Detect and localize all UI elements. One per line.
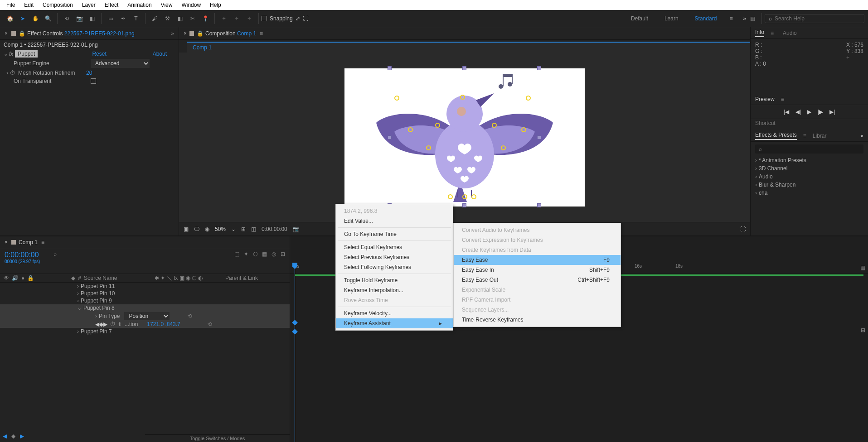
ctx-item[interactable]: Select Following Keyframes [336,262,453,272]
tl-btn6-icon[interactable]: ⊡ [281,251,285,257]
chevron-icon[interactable]: › [77,298,79,304]
workspace-default[interactable]: Default [623,15,656,22]
brush-tool-icon[interactable]: 🖌 [148,12,161,25]
workspace-learn[interactable]: Learn [656,15,687,22]
prop-mesh-value[interactable]: 20 [86,70,92,76]
switch-icon[interactable]: fx [174,275,178,281]
menu-layer[interactable]: Layer [78,1,100,9]
tl-btn4-icon[interactable]: ▦ [262,251,267,257]
tl-collapse-icon[interactable]: ⊟ [861,327,865,333]
preset-item[interactable]: ›Audio [755,173,863,181]
mask-icon[interactable]: ◉ [205,226,209,232]
panel-menu-icon[interactable]: ≡ [781,96,784,102]
timeline-row[interactable]: ›Puppet Pin 9 [0,297,290,304]
effect-name[interactable]: Puppet [15,50,38,58]
panel-file-link[interactable]: 222567-P1REE5-922-01.png [64,30,135,37]
effects-search[interactable]: ⌕ [755,144,863,154]
comp-active-tab[interactable]: Comp 1 [187,42,750,53]
menu-composition[interactable]: Composition [38,1,78,9]
timeline-row[interactable]: ⌄Puppet Pin 8 [0,304,290,312]
panel-toggle-icon[interactable]: ▦ [746,12,759,25]
panel-menu-icon[interactable]: ≡ [260,30,263,37]
ctx-item[interactable]: Keyframe Velocity... [336,308,453,318]
col-solo-icon[interactable]: ● [21,275,24,281]
tl-menu-icon[interactable]: ▦ [860,264,865,271]
ctx-item[interactable]: Time-Reverse Keyframes [454,315,621,325]
ctx-item[interactable]: Edit Value... [336,216,453,226]
menu-help[interactable]: Help [205,1,226,9]
chevron-icon[interactable]: › [77,290,79,297]
about-link[interactable]: About [153,51,167,57]
ctx-item[interactable]: Keyframe Assistant [336,318,453,328]
ctx-item[interactable]: Toggle Hold Keyframe [336,275,453,285]
menu-window[interactable]: Window [177,1,205,9]
tl-btn3-icon[interactable]: ⬡ [253,251,257,257]
col-parent[interactable]: Parent & Link [225,275,258,281]
menu-effect[interactable]: Effect [100,1,123,9]
snapping-opt2-icon[interactable]: ⛶ [303,15,308,22]
preset-item[interactable]: ›Blur & Sharpen [755,181,863,189]
search-input[interactable] [775,15,847,22]
tab-info[interactable]: Info [755,29,764,37]
col-lock-icon[interactable]: 🔒 [27,275,34,281]
lock-icon[interactable]: 🔒 [19,30,25,37]
kf-nav-next-icon[interactable]: ▶ [20,433,24,439]
zoom-level[interactable]: 50% [215,226,226,232]
chevron-icon[interactable]: ⌄ [77,305,82,311]
axis-tool-icon[interactable]: ✦ [218,12,230,25]
chevron-icon[interactable]: › [77,283,79,289]
timeline-current-time[interactable]: 0:00:00:00 [5,251,40,259]
panel-menu-icon[interactable]: ≡ [803,133,806,139]
preset-item[interactable]: ›* Animation Presets [755,156,863,164]
last-frame-icon[interactable]: ▶| [829,109,835,115]
clone-tool-icon[interactable]: ⚒ [161,12,174,25]
toggle-switches[interactable]: Toggle Switches / Modes [145,434,290,442]
timeline-row[interactable]: ›Pin TypePosition⟲ [0,312,290,321]
hand-tool-icon[interactable]: ✋ [29,12,42,25]
reset-link[interactable]: Reset [92,51,106,57]
row-value[interactable]: 1721.0 ,843.7 [147,321,180,327]
tl-btn5-icon[interactable]: ◎ [272,251,276,257]
tab-preview[interactable]: Preview [755,96,775,102]
close-icon[interactable]: × [5,30,8,37]
tl-btn2-icon[interactable]: ✦ [244,251,248,257]
overflow-icon[interactable]: » [860,133,863,139]
menu-edit[interactable]: Edit [19,1,38,9]
col-source-name[interactable]: Source Name [84,275,152,281]
ctx-item[interactable]: Easy Ease OutCtrl+Shift+F9 [454,275,621,285]
snapshot-icon[interactable]: 📷 [293,226,300,232]
footage-icon[interactable]: ▣ [184,226,189,232]
viewer[interactable] [179,53,750,222]
graph-icon[interactable]: ⬍ [117,321,122,327]
selection-tool-icon[interactable]: ➤ [16,12,29,25]
preset-item[interactable]: ›cha [755,189,863,197]
link-icon[interactable]: ⟲ [188,313,192,319]
zoom-tool-icon[interactable]: 🔍 [42,12,54,25]
timeline-row[interactable]: ›Puppet Pin 10 [0,290,290,297]
next-frame-icon[interactable]: |▶ [818,109,823,115]
menu-view[interactable]: View [156,1,177,9]
rectangle-tool-icon[interactable]: ▭ [104,12,117,25]
ctx-item[interactable]: Keyframe Interpolation... [336,285,453,295]
timeline-tab[interactable]: Comp 1 [19,239,38,245]
switch-icon[interactable]: ✦ [160,275,165,281]
chevron-icon[interactable]: › [77,328,79,335]
display-icon[interactable]: 🖵 [194,226,199,232]
fx-icon[interactable]: fx [9,51,13,57]
panel-menu-icon[interactable]: ≡ [41,239,44,245]
canvas[interactable] [344,68,585,207]
menu-file[interactable]: File [2,1,19,9]
close-icon[interactable]: × [184,30,187,37]
snapping-opt1-icon[interactable]: ⤢ [296,15,300,22]
timeline-row[interactable]: ›Puppet Pin 7 [0,328,290,335]
overflow-icon[interactable]: » [743,15,746,22]
play-icon[interactable]: ▶ [807,109,811,115]
local-axis-icon[interactable]: ✦ [230,12,243,25]
keyframe-nav-icon[interactable]: ◀◆▶ [95,321,107,327]
playhead[interactable] [295,263,295,442]
ctx-item[interactable]: Go To Keyframe Time [336,229,453,239]
res-icon[interactable]: ⊞ [241,226,246,232]
keyframe-diamond[interactable] [292,320,298,326]
switch-icon[interactable]: ◐ [198,275,203,281]
ctx-item[interactable]: Easy EaseF9 [454,255,621,265]
